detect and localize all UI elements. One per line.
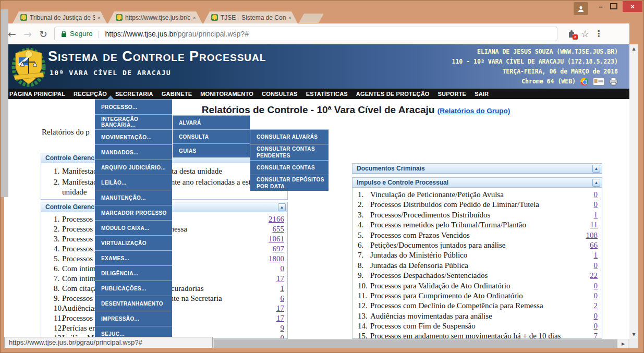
count-link[interactable]: 0 xyxy=(264,334,287,339)
printer-icon[interactable] xyxy=(609,78,618,86)
count-link[interactable]: 66 xyxy=(581,240,602,250)
menubar-item[interactable]: SAIR xyxy=(470,89,493,99)
count-link[interactable]: 2 xyxy=(581,301,602,311)
reload-icon[interactable]: ↻ xyxy=(35,28,51,40)
count-link[interactable]: 0 xyxy=(581,190,602,200)
browser-tab[interactable]: https://www.tjse.jus.br/co × xyxy=(108,11,202,23)
panel-header[interactable]: Documentos Criminais ▲ xyxy=(353,164,602,174)
address-bar[interactable]: Seguro | https://www.tjse.jus.br/pgrau/p… xyxy=(54,27,557,41)
count-link[interactable]: 17 xyxy=(264,304,287,313)
count-link[interactable]: 1061 xyxy=(264,235,287,244)
dropdown-item[interactable]: EXAMES... xyxy=(95,250,172,265)
count-link[interactable]: 22 xyxy=(581,271,602,281)
intro-text: Relatórios do p xyxy=(42,128,90,137)
count-link[interactable]: 2166 xyxy=(264,215,287,224)
count-link[interactable]: 0 xyxy=(581,291,602,301)
submenu-item[interactable]: CONSULTAR DEPÓSITOS POR DATA xyxy=(250,175,329,191)
menubar-item[interactable]: CONSULTAS xyxy=(258,89,302,99)
count-link[interactable]: 7 xyxy=(581,331,602,339)
count-link[interactable]: 0 xyxy=(581,200,602,210)
submenu-item[interactable]: CONSULTAR CONTAS xyxy=(250,160,329,175)
row-label: Petições/Documentos juntados para anális… xyxy=(370,240,570,250)
submenu-item[interactable]: CONSULTAR ALVARÁS xyxy=(250,129,329,144)
count-link[interactable]: 0 xyxy=(264,264,287,273)
submenu-item[interactable]: GUIAS xyxy=(173,143,250,157)
maximize-button[interactable] xyxy=(610,3,617,9)
tab-close-icon[interactable]: × xyxy=(98,15,101,21)
browser-menu-icon[interactable]: ⋮ xyxy=(592,29,605,39)
submenu-item[interactable]: CONSULTAR CONTAS PENDENTES xyxy=(250,144,329,160)
tab-close-icon[interactable]: × xyxy=(288,15,291,21)
close-button[interactable]: × xyxy=(623,1,642,12)
menubar-item[interactable]: SUPORTE xyxy=(434,89,471,99)
submenu-item[interactable]: ALVARÁ xyxy=(173,115,250,129)
count-link[interactable]: 17 xyxy=(264,274,287,283)
vertical-scrollbar-thumb[interactable] xyxy=(1,9,8,197)
bookmark-star-icon[interactable]: ☆ xyxy=(578,28,592,39)
dropdown-item[interactable]: DILIGÊNCIA... xyxy=(95,265,172,281)
scroll-down-icon[interactable]: ▼ xyxy=(629,330,638,339)
menubar-item[interactable]: SECRETARIA xyxy=(111,89,157,99)
dropdown-item[interactable]: PROCESSO... xyxy=(95,99,172,114)
profile-button[interactable] xyxy=(574,2,588,15)
browser-tab[interactable]: Tribunal de Justiça de Se × xyxy=(13,11,107,23)
count-link[interactable]: 0 xyxy=(581,321,602,331)
menubar-item[interactable]: PÁGINA PRINCIPAL xyxy=(5,89,69,99)
vertical-scrollbar[interactable]: ▲ ▼ xyxy=(629,44,638,339)
count-link[interactable]: 108 xyxy=(581,230,602,240)
row-label: Processos para Cumprimento de Ato Ordina… xyxy=(370,291,570,301)
new-tab-button[interactable] xyxy=(299,14,324,23)
page-viewport: Sistema de Controle Processual 10ª VARA … xyxy=(4,44,629,339)
count-link[interactable]: 0 xyxy=(581,311,602,321)
dropdown-item[interactable]: INTEGRAÇÃO BANCÁRIA... xyxy=(95,114,172,129)
menubar-item[interactable]: MONITORAMENTO xyxy=(196,89,258,99)
status-box xyxy=(256,255,264,263)
count-link[interactable]: 1800 xyxy=(264,254,287,263)
menubar-item[interactable]: GABINETE xyxy=(157,89,196,99)
tab-close-icon[interactable]: × xyxy=(193,15,196,21)
count-link[interactable]: 17 xyxy=(264,314,287,323)
dropdown-item[interactable]: LEILÃO... xyxy=(95,175,172,190)
menubar-item[interactable]: ESTATÍSTICAS xyxy=(302,89,352,99)
dropdown-item[interactable]: IMPRESSÃO... xyxy=(95,311,172,326)
dropdown-item[interactable]: MANDADOS... xyxy=(95,144,172,160)
browser-tab[interactable]: TJSE - Sistema de Contro × xyxy=(203,11,298,23)
dropdown-item[interactable]: MANUTENÇÃO... xyxy=(95,190,172,205)
row-label: Processos para Validação de Ato Ordinató… xyxy=(370,281,570,291)
count-link[interactable]: 697 xyxy=(264,245,287,253)
menubar-item[interactable]: RECEPÇÃO xyxy=(69,89,111,99)
horizontal-scrollbar-thumb[interactable] xyxy=(214,339,617,348)
count-link[interactable]: 6 xyxy=(264,294,287,303)
tab-title: TJSE - Sistema de Contro xyxy=(221,14,286,21)
count-link[interactable]: 1 xyxy=(581,210,602,220)
dropdown-item[interactable]: PUBLICAÇÕES... xyxy=(95,281,172,296)
count-link[interactable]: 1 xyxy=(264,284,287,293)
row-number: 3. xyxy=(41,235,62,244)
row-label: Audiências movimentadas para análise xyxy=(370,311,570,321)
count-link[interactable]: 1 xyxy=(581,250,602,260)
dropdown-item[interactable]: MARCADOR PROCESSO xyxy=(95,205,172,220)
id-card-icon[interactable] xyxy=(593,78,604,86)
scroll-up-icon[interactable]: ▲ xyxy=(629,44,638,53)
count-link[interactable]: 0 xyxy=(581,261,602,271)
group-reports-link[interactable]: (Relatórios do Grupo) xyxy=(438,107,511,115)
count-link[interactable]: 0 xyxy=(581,281,602,291)
dropdown-item[interactable]: ARQUIVO JUDICIÁRIO... xyxy=(95,160,172,175)
dropdown-item[interactable]: DESENTRANHAMENTO xyxy=(95,296,172,311)
submenu-item[interactable]: CONSULTA xyxy=(173,129,250,143)
minimize-button[interactable]: – xyxy=(593,0,608,13)
extension-icon[interactable]: × xyxy=(565,29,578,38)
panel-header[interactable]: Impulso e Controle Processual ▲ xyxy=(353,178,602,188)
dropdown-item[interactable]: VIRTUALIZAÇÃO xyxy=(95,235,172,250)
count-link[interactable]: 11 xyxy=(581,220,602,230)
dropdown-item[interactable]: MÓDULO CAIXA... xyxy=(95,220,172,235)
row-label: Juntadas da Defensoria Pública xyxy=(370,261,570,271)
collapse-button[interactable]: ▲ xyxy=(278,203,286,211)
scroll-right-icon[interactable]: ▶ xyxy=(618,339,628,348)
collapse-button[interactable]: ▲ xyxy=(592,165,600,173)
count-link[interactable]: 9 xyxy=(264,324,287,333)
count-link[interactable]: 655 xyxy=(264,225,287,234)
dropdown-item[interactable]: MOVIMENTAÇÃO... xyxy=(95,129,172,144)
menubar-item[interactable]: AGENTES DE PROTEÇÃO xyxy=(352,89,434,99)
collapse-button[interactable]: ▲ xyxy=(592,179,600,187)
